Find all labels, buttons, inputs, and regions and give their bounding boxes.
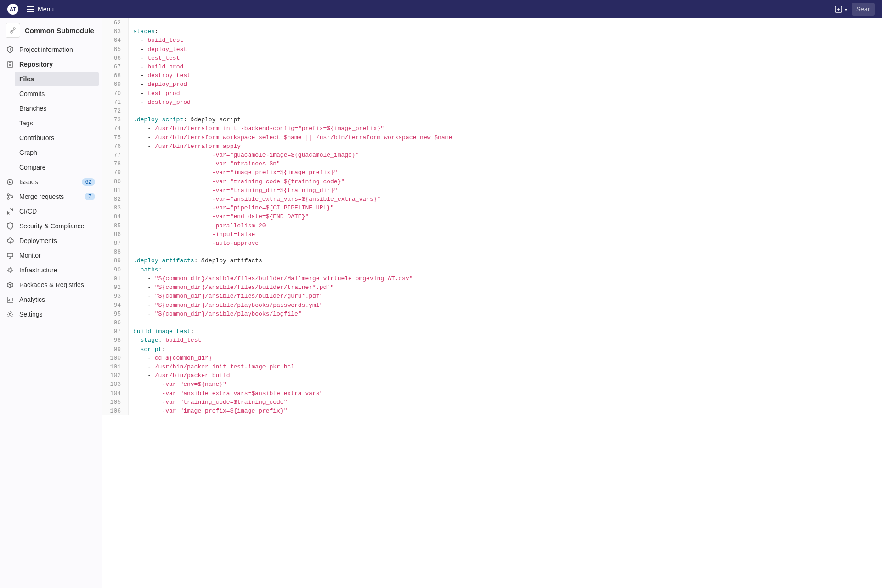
line-number[interactable]: 92 bbox=[102, 283, 124, 292]
content-area[interactable]: 6263646566676869707172737475767778798081… bbox=[102, 18, 882, 588]
sidebar-subitem-compare[interactable]: Compare bbox=[19, 160, 102, 175]
svg-point-5 bbox=[7, 179, 13, 185]
code-line: -var="image_prefix=${image_prefix}" bbox=[133, 168, 452, 177]
line-number[interactable]: 83 bbox=[102, 204, 124, 212]
line-number[interactable]: 65 bbox=[102, 45, 124, 54]
sidebar-item-label: Merge requests bbox=[19, 193, 85, 200]
sidebar-item-label: CI/CD bbox=[19, 208, 95, 215]
sidebar-item-merge-requests[interactable]: Merge requests7 bbox=[0, 189, 102, 204]
code-line: -parallelism=20 bbox=[133, 221, 452, 230]
line-number[interactable]: 95 bbox=[102, 310, 124, 318]
search-input[interactable] bbox=[852, 3, 875, 16]
line-number[interactable]: 75 bbox=[102, 133, 124, 142]
line-number[interactable]: 72 bbox=[102, 107, 124, 115]
line-number[interactable]: 102 bbox=[102, 371, 124, 380]
sidebar-item-security-compliance[interactable]: Security & Compliance bbox=[0, 219, 102, 233]
sidebar: Common Submodule Project informationRepo… bbox=[0, 18, 102, 588]
svg-point-7 bbox=[7, 194, 9, 196]
infra-icon bbox=[6, 266, 14, 274]
menu-button[interactable]: Menu bbox=[27, 5, 54, 13]
line-number[interactable]: 78 bbox=[102, 159, 124, 168]
sidebar-subitem-contributors[interactable]: Contributors bbox=[19, 130, 102, 145]
sidebar-subitem-commits[interactable]: Commits bbox=[19, 86, 102, 101]
sidebar-subitem-graph[interactable]: Graph bbox=[19, 145, 102, 160]
line-number[interactable]: 77 bbox=[102, 151, 124, 159]
line-number[interactable]: 98 bbox=[102, 336, 124, 345]
code-line: -var="training_code=${training_code}" bbox=[133, 177, 452, 186]
line-number[interactable]: 69 bbox=[102, 80, 124, 89]
menu-label: Menu bbox=[38, 6, 54, 13]
sidebar-item-project-information[interactable]: Project information bbox=[0, 42, 102, 57]
merge-icon bbox=[6, 193, 14, 200]
sidebar-item-deployments[interactable]: Deployments bbox=[0, 233, 102, 248]
line-number[interactable]: 85 bbox=[102, 221, 124, 230]
code-line: - /usr/bin/terraform init -backend-confi… bbox=[133, 124, 452, 133]
line-number[interactable]: 106 bbox=[102, 407, 124, 415]
line-number[interactable]: 82 bbox=[102, 195, 124, 204]
code-line: -input=false bbox=[133, 230, 452, 239]
code-line: -var="ntrainees=$n" bbox=[133, 159, 452, 168]
line-number[interactable]: 97 bbox=[102, 327, 124, 336]
plus-icon[interactable] bbox=[835, 6, 842, 13]
sidebar-item-label: Analytics bbox=[19, 296, 95, 303]
code-line: .deploy_script: &deploy_script bbox=[133, 115, 452, 124]
sidebar-item-repository[interactable]: Repository bbox=[0, 57, 102, 72]
code-line: - /usr/bin/terraform workspace select $n… bbox=[133, 133, 452, 142]
line-number[interactable]: 73 bbox=[102, 115, 124, 124]
line-number[interactable]: 89 bbox=[102, 256, 124, 265]
line-number[interactable]: 62 bbox=[102, 18, 124, 27]
sidebar-item-analytics[interactable]: Analytics bbox=[0, 292, 102, 307]
line-number[interactable]: 87 bbox=[102, 239, 124, 248]
line-number[interactable]: 103 bbox=[102, 380, 124, 389]
code-line: - test_test bbox=[133, 54, 452, 62]
line-number[interactable]: 100 bbox=[102, 354, 124, 362]
line-number[interactable]: 86 bbox=[102, 230, 124, 239]
line-number[interactable]: 104 bbox=[102, 389, 124, 398]
code-line: -var="ansible_extra_vars=${ansible_extra… bbox=[133, 195, 452, 204]
line-number[interactable]: 79 bbox=[102, 168, 124, 177]
line-number[interactable]: 105 bbox=[102, 398, 124, 407]
line-number[interactable]: 70 bbox=[102, 89, 124, 98]
line-number[interactable]: 96 bbox=[102, 318, 124, 327]
line-number[interactable]: 80 bbox=[102, 177, 124, 186]
code-line: -var="pipeline=${CI_PIPELINE_URL}" bbox=[133, 204, 452, 212]
line-number[interactable]: 99 bbox=[102, 345, 124, 354]
line-number[interactable]: 64 bbox=[102, 36, 124, 45]
line-number[interactable]: 101 bbox=[102, 362, 124, 371]
line-number[interactable]: 84 bbox=[102, 212, 124, 221]
line-number[interactable]: 76 bbox=[102, 142, 124, 151]
line-number[interactable]: 63 bbox=[102, 27, 124, 36]
sidebar-item-infrastructure[interactable]: Infrastructure bbox=[0, 263, 102, 277]
sidebar-item-label: Packages & Registries bbox=[19, 281, 95, 288]
repo-icon bbox=[6, 61, 14, 68]
sidebar-subitem-branches[interactable]: Branches bbox=[19, 101, 102, 116]
line-number[interactable]: 93 bbox=[102, 292, 124, 300]
code-line: build_image_test: bbox=[133, 327, 452, 336]
sidebar-item-monitor[interactable]: Monitor bbox=[0, 248, 102, 263]
line-number[interactable]: 91 bbox=[102, 274, 124, 283]
line-number[interactable]: 94 bbox=[102, 301, 124, 310]
line-number[interactable]: 68 bbox=[102, 71, 124, 80]
sidebar-item-settings[interactable]: Settings bbox=[0, 307, 102, 322]
svg-point-8 bbox=[7, 198, 9, 199]
sidebar-subitem-tags[interactable]: Tags bbox=[19, 116, 102, 130]
code-line bbox=[133, 318, 452, 327]
line-gutter: 6263646566676869707172737475767778798081… bbox=[102, 18, 129, 415]
sidebar-item-issues[interactable]: Issues62 bbox=[0, 175, 102, 189]
line-number[interactable]: 88 bbox=[102, 248, 124, 256]
line-number[interactable]: 67 bbox=[102, 62, 124, 71]
sidebar-subitem-files[interactable]: Files bbox=[15, 72, 99, 86]
line-number[interactable]: 66 bbox=[102, 54, 124, 62]
code-line: - "${common_dir}/ansible/playbooks/logfi… bbox=[133, 310, 452, 318]
line-number[interactable]: 81 bbox=[102, 186, 124, 195]
sidebar-item-ci-cd[interactable]: CI/CD bbox=[0, 204, 102, 219]
sidebar-item-label: Deployments bbox=[19, 237, 95, 244]
chevron-down-icon[interactable]: ▾ bbox=[845, 7, 847, 12]
line-number[interactable]: 74 bbox=[102, 124, 124, 133]
line-number[interactable]: 71 bbox=[102, 98, 124, 107]
logo[interactable]: AT bbox=[7, 4, 18, 15]
code-line: .deploy_artifacts: &deploy_artifacts bbox=[133, 256, 452, 265]
project-header[interactable]: Common Submodule bbox=[0, 18, 102, 42]
sidebar-item-packages-registries[interactable]: Packages & Registries bbox=[0, 277, 102, 292]
line-number[interactable]: 90 bbox=[102, 266, 124, 274]
